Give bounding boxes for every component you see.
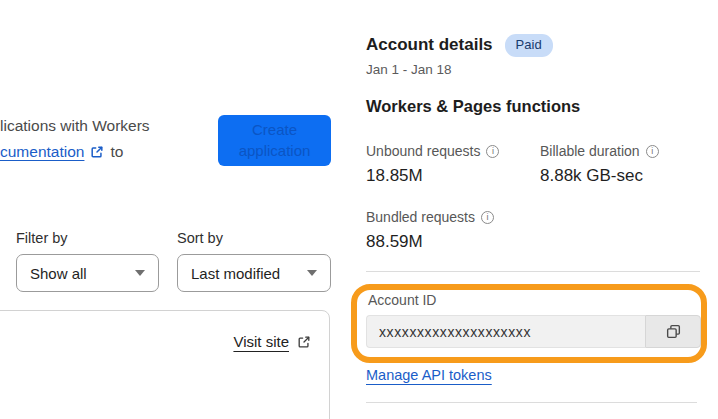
- documentation-link[interactable]: cumentation: [0, 143, 84, 161]
- stat-billable-duration: Billable duration i 8.88k GB-sec: [540, 143, 659, 186]
- intro-text-line1: lications with Workers: [0, 117, 150, 135]
- chevron-down-icon: [307, 270, 317, 276]
- visit-site-label: Visit site: [233, 333, 289, 350]
- sort-dropdown-value: Last modified: [191, 265, 307, 282]
- workers-pages-dashboard: lications with Workers cumentation to Cr…: [0, 0, 718, 419]
- paid-badge: Paid: [505, 34, 553, 57]
- filter-dropdown[interactable]: Show all: [16, 254, 159, 292]
- chevron-down-icon: [135, 270, 145, 276]
- account-details-title: Account details: [366, 35, 493, 55]
- intro-text-line2: cumentation to: [0, 143, 123, 161]
- sort-by-label: Sort by: [177, 230, 223, 246]
- intro-text-suffix: to: [110, 143, 123, 161]
- section-title: Workers & Pages functions: [366, 97, 580, 116]
- external-link-icon: [297, 335, 311, 349]
- manage-api-tokens-link[interactable]: Manage API tokens: [366, 367, 492, 383]
- sort-dropdown[interactable]: Last modified: [177, 254, 331, 292]
- filter-dropdown-value: Show all: [30, 265, 135, 282]
- external-link-icon: [90, 145, 104, 159]
- filter-by-label: Filter by: [16, 230, 68, 246]
- application-card: Visit site: [0, 310, 330, 419]
- stat-value: 18.85M: [366, 166, 499, 186]
- account-id-input[interactable]: [366, 315, 645, 348]
- account-details-panel: Account details Paid Jan 1 - Jan 18 Work…: [366, 0, 700, 419]
- info-icon[interactable]: i: [481, 211, 494, 224]
- stat-label: Bundled requests: [366, 209, 475, 225]
- divider: [366, 402, 697, 403]
- info-icon[interactable]: i: [646, 145, 659, 158]
- stat-bundled-requests: Bundled requests i 88.59M: [366, 209, 494, 252]
- account-details-header: Account details Paid: [366, 34, 553, 57]
- stat-value: 88.59M: [366, 232, 494, 252]
- account-id-field: [366, 315, 701, 348]
- visit-site-link[interactable]: Visit site: [233, 333, 311, 350]
- stat-label: Unbound requests: [366, 143, 480, 159]
- create-application-button[interactable]: Create application: [218, 115, 331, 166]
- stat-value: 8.88k GB-sec: [540, 166, 659, 186]
- info-icon[interactable]: i: [486, 145, 499, 158]
- stat-unbound-requests: Unbound requests i 18.85M: [366, 143, 499, 186]
- stat-label: Billable duration: [540, 143, 640, 159]
- copy-account-id-button[interactable]: [645, 315, 701, 348]
- divider: [366, 271, 700, 272]
- date-range: Jan 1 - Jan 18: [366, 62, 452, 77]
- copy-icon: [665, 323, 682, 340]
- account-id-label: Account ID: [368, 292, 436, 308]
